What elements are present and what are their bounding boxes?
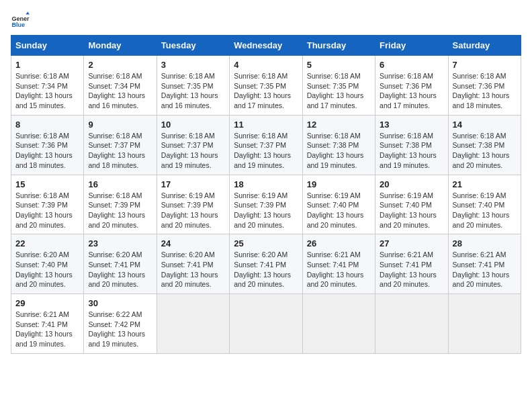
calendar-cell: 6Sunrise: 6:18 AMSunset: 7:36 PMDaylight… xyxy=(375,56,448,116)
day-number: 17 xyxy=(161,179,225,189)
day-number: 6 xyxy=(380,60,443,70)
day-number: 11 xyxy=(234,120,298,130)
cell-sun-info: Sunrise: 6:18 AMSunset: 7:37 PMDaylight:… xyxy=(234,131,298,171)
calendar-week-row: 1Sunrise: 6:18 AMSunset: 7:34 PMDaylight… xyxy=(11,56,521,116)
calendar-table: SundayMondayTuesdayWednesdayThursdayFrid… xyxy=(11,35,521,354)
calendar-cell: 17Sunrise: 6:19 AMSunset: 7:39 PMDayligh… xyxy=(157,175,229,234)
calendar-cell: 16Sunrise: 6:18 AMSunset: 7:39 PMDayligh… xyxy=(84,175,157,234)
day-number: 22 xyxy=(15,238,79,248)
calendar-cell: 11Sunrise: 6:18 AMSunset: 7:37 PMDayligh… xyxy=(230,115,302,175)
cell-sun-info: Sunrise: 6:18 AMSunset: 7:38 PMDaylight:… xyxy=(307,131,371,171)
calendar-cell: 9Sunrise: 6:18 AMSunset: 7:37 PMDaylight… xyxy=(84,115,157,175)
calendar-week-row: 15Sunrise: 6:18 AMSunset: 7:39 PMDayligh… xyxy=(11,175,521,234)
calendar-cell: 24Sunrise: 6:20 AMSunset: 7:41 PMDayligh… xyxy=(157,234,229,294)
day-number: 28 xyxy=(453,238,517,248)
calendar-week-row: 8Sunrise: 6:18 AMSunset: 7:36 PMDaylight… xyxy=(11,115,521,175)
calendar-cell: 15Sunrise: 6:18 AMSunset: 7:39 PMDayligh… xyxy=(11,175,84,234)
cell-sun-info: Sunrise: 6:21 AMSunset: 7:41 PMDaylight:… xyxy=(307,250,371,289)
calendar-cell xyxy=(302,294,375,354)
calendar-cell: 13Sunrise: 6:18 AMSunset: 7:38 PMDayligh… xyxy=(375,115,448,175)
calendar-cell: 23Sunrise: 6:20 AMSunset: 7:41 PMDayligh… xyxy=(84,234,157,294)
cell-sun-info: Sunrise: 6:21 AMSunset: 7:41 PMDaylight:… xyxy=(453,250,517,289)
calendar-cell xyxy=(157,294,229,354)
day-number: 2 xyxy=(88,60,152,70)
calendar-cell: 29Sunrise: 6:21 AMSunset: 7:41 PMDayligh… xyxy=(11,294,84,354)
calendar-week-row: 29Sunrise: 6:21 AMSunset: 7:41 PMDayligh… xyxy=(11,294,521,354)
cell-sun-info: Sunrise: 6:21 AMSunset: 7:41 PMDaylight:… xyxy=(380,250,443,289)
day-number: 5 xyxy=(307,60,371,70)
day-number: 25 xyxy=(234,238,298,248)
calendar-cell: 12Sunrise: 6:18 AMSunset: 7:38 PMDayligh… xyxy=(302,115,375,175)
day-number: 20 xyxy=(380,179,443,189)
calendar-cell: 27Sunrise: 6:21 AMSunset: 7:41 PMDayligh… xyxy=(375,234,448,294)
cell-sun-info: Sunrise: 6:21 AMSunset: 7:41 PMDaylight:… xyxy=(15,310,79,349)
cell-sun-info: Sunrise: 6:18 AMSunset: 7:37 PMDaylight:… xyxy=(88,131,152,171)
calendar-cell: 20Sunrise: 6:19 AMSunset: 7:40 PMDayligh… xyxy=(375,175,448,234)
calendar-cell: 26Sunrise: 6:21 AMSunset: 7:41 PMDayligh… xyxy=(302,234,375,294)
logo: General Blue xyxy=(11,11,30,30)
calendar-cell: 28Sunrise: 6:21 AMSunset: 7:41 PMDayligh… xyxy=(448,234,521,294)
day-number: 12 xyxy=(307,120,371,130)
day-number: 26 xyxy=(307,238,371,248)
cell-sun-info: Sunrise: 6:18 AMSunset: 7:38 PMDaylight:… xyxy=(380,131,443,171)
svg-marker-2 xyxy=(26,11,30,14)
day-number: 27 xyxy=(380,238,443,248)
calendar-cell: 19Sunrise: 6:19 AMSunset: 7:40 PMDayligh… xyxy=(302,175,375,234)
cell-sun-info: Sunrise: 6:18 AMSunset: 7:39 PMDaylight:… xyxy=(88,191,152,230)
cell-sun-info: Sunrise: 6:18 AMSunset: 7:37 PMDaylight:… xyxy=(161,131,225,171)
header-row: SundayMondayTuesdayWednesdayThursdayFrid… xyxy=(11,36,521,56)
cell-sun-info: Sunrise: 6:18 AMSunset: 7:36 PMDaylight:… xyxy=(15,131,79,171)
cell-sun-info: Sunrise: 6:19 AMSunset: 7:40 PMDaylight:… xyxy=(307,191,371,230)
calendar-cell: 1Sunrise: 6:18 AMSunset: 7:34 PMDaylight… xyxy=(11,56,84,116)
cell-sun-info: Sunrise: 6:20 AMSunset: 7:40 PMDaylight:… xyxy=(15,250,79,289)
cell-sun-info: Sunrise: 6:18 AMSunset: 7:38 PMDaylight:… xyxy=(453,131,517,171)
header: General Blue xyxy=(11,11,521,30)
cell-sun-info: Sunrise: 6:18 AMSunset: 7:35 PMDaylight:… xyxy=(161,71,225,111)
day-number: 21 xyxy=(453,179,517,189)
calendar-cell xyxy=(230,294,302,354)
day-number: 29 xyxy=(15,298,79,308)
calendar-cell xyxy=(448,294,521,354)
calendar-week-row: 22Sunrise: 6:20 AMSunset: 7:40 PMDayligh… xyxy=(11,234,521,294)
cell-sun-info: Sunrise: 6:18 AMSunset: 7:35 PMDaylight:… xyxy=(234,71,298,111)
day-number: 9 xyxy=(88,120,152,130)
calendar-cell: 5Sunrise: 6:18 AMSunset: 7:35 PMDaylight… xyxy=(302,56,375,116)
cell-sun-info: Sunrise: 6:18 AMSunset: 7:34 PMDaylight:… xyxy=(15,71,79,111)
day-number: 3 xyxy=(161,60,225,70)
col-header-wednesday: Wednesday xyxy=(230,36,302,56)
calendar-cell: 2Sunrise: 6:18 AMSunset: 7:34 PMDaylight… xyxy=(84,56,157,116)
logo-icon: General Blue xyxy=(11,11,30,30)
cell-sun-info: Sunrise: 6:20 AMSunset: 7:41 PMDaylight:… xyxy=(161,250,225,289)
col-header-monday: Monday xyxy=(84,36,157,56)
day-number: 16 xyxy=(88,179,152,189)
calendar-cell: 10Sunrise: 6:18 AMSunset: 7:37 PMDayligh… xyxy=(157,115,229,175)
calendar-cell: 21Sunrise: 6:19 AMSunset: 7:40 PMDayligh… xyxy=(448,175,521,234)
day-number: 8 xyxy=(15,120,79,130)
day-number: 23 xyxy=(88,238,152,248)
calendar-cell: 7Sunrise: 6:18 AMSunset: 7:36 PMDaylight… xyxy=(448,56,521,116)
cell-sun-info: Sunrise: 6:19 AMSunset: 7:40 PMDaylight:… xyxy=(380,191,443,230)
day-number: 24 xyxy=(161,238,225,248)
col-header-friday: Friday xyxy=(375,36,448,56)
calendar-cell: 25Sunrise: 6:20 AMSunset: 7:41 PMDayligh… xyxy=(230,234,302,294)
cell-sun-info: Sunrise: 6:20 AMSunset: 7:41 PMDaylight:… xyxy=(234,250,298,289)
day-number: 18 xyxy=(234,179,298,189)
cell-sun-info: Sunrise: 6:18 AMSunset: 7:36 PMDaylight:… xyxy=(380,71,443,111)
cell-sun-info: Sunrise: 6:19 AMSunset: 7:40 PMDaylight:… xyxy=(453,191,517,230)
col-header-sunday: Sunday xyxy=(11,36,84,56)
cell-sun-info: Sunrise: 6:19 AMSunset: 7:39 PMDaylight:… xyxy=(161,191,225,230)
col-header-thursday: Thursday xyxy=(302,36,375,56)
cell-sun-info: Sunrise: 6:20 AMSunset: 7:41 PMDaylight:… xyxy=(88,250,152,289)
cell-sun-info: Sunrise: 6:18 AMSunset: 7:34 PMDaylight:… xyxy=(88,71,152,111)
day-number: 10 xyxy=(161,120,225,130)
day-number: 19 xyxy=(307,179,371,189)
col-header-tuesday: Tuesday xyxy=(157,36,229,56)
calendar-cell: 18Sunrise: 6:19 AMSunset: 7:39 PMDayligh… xyxy=(230,175,302,234)
calendar-cell xyxy=(375,294,448,354)
day-number: 4 xyxy=(234,60,298,70)
cell-sun-info: Sunrise: 6:18 AMSunset: 7:39 PMDaylight:… xyxy=(15,191,79,230)
day-number: 1 xyxy=(15,60,79,70)
day-number: 30 xyxy=(88,298,152,308)
day-number: 15 xyxy=(15,179,79,189)
col-header-saturday: Saturday xyxy=(448,36,521,56)
